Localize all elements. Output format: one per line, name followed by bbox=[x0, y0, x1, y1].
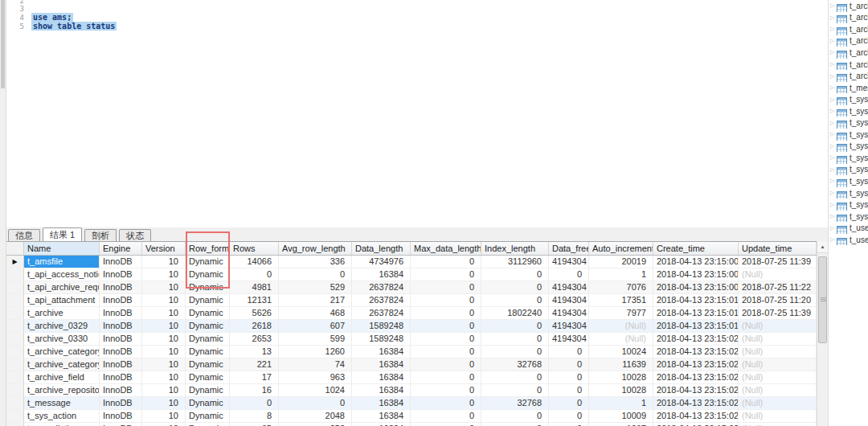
cell[interactable]: 2048 bbox=[279, 410, 352, 422]
cell[interactable]: InnoDB bbox=[100, 256, 142, 268]
cell[interactable]: 7076 bbox=[589, 281, 653, 293]
table-row[interactable]: t_archive_repositoryInnoDB10Dynamic16102… bbox=[6, 384, 817, 397]
expand-arrow-icon[interactable]: ▷ bbox=[830, 47, 837, 58]
cell[interactable]: InnoDB bbox=[100, 320, 142, 332]
cell[interactable]: 0 bbox=[481, 320, 549, 332]
cell[interactable]: (Null) bbox=[589, 320, 653, 332]
cell[interactable]: 0 bbox=[411, 320, 481, 332]
row-header[interactable] bbox=[6, 333, 24, 345]
cell[interactable]: 13 bbox=[230, 346, 279, 358]
tree-item[interactable]: ▷t_sys_u bbox=[829, 199, 868, 211]
cell[interactable]: 0 bbox=[481, 346, 549, 358]
cell[interactable]: Dynamic bbox=[186, 397, 230, 409]
column-header-engine[interactable]: Engine bbox=[100, 242, 142, 255]
cell[interactable]: 10 bbox=[142, 268, 186, 281]
row-header[interactable] bbox=[6, 294, 24, 306]
expand-arrow-icon[interactable]: ▷ bbox=[830, 199, 837, 211]
cell[interactable]: InnoDB bbox=[100, 333, 142, 345]
cell[interactable]: 2018-07-25 11:39 bbox=[739, 256, 817, 268]
cell[interactable]: 217 bbox=[279, 294, 352, 306]
cell[interactable]: 16384 bbox=[352, 358, 411, 371]
expand-arrow-icon[interactable]: ▷ bbox=[830, 82, 837, 93]
cell[interactable]: t_archive bbox=[24, 307, 100, 319]
cell[interactable]: t_sys_dictionary bbox=[24, 423, 100, 426]
cell[interactable]: InnoDB bbox=[100, 307, 142, 319]
row-header[interactable] bbox=[6, 410, 24, 422]
cell[interactable]: 2018-04-13 23:15:02 bbox=[653, 346, 739, 358]
tree-item[interactable]: ▷t_mess bbox=[829, 82, 868, 94]
table-row[interactable]: t_messageInnoDB10Dynamic0016384032768012… bbox=[6, 397, 817, 410]
cell[interactable]: 0 bbox=[549, 423, 589, 426]
cell[interactable]: 2018-04-13 23:15:01 bbox=[653, 294, 739, 306]
table-row[interactable]: t_archive_0329InnoDB10Dynamic26186071589… bbox=[6, 320, 817, 333]
cell[interactable]: 0 bbox=[279, 397, 352, 409]
column-header-avg_row_length[interactable]: Avg_row_length bbox=[279, 242, 352, 255]
cell[interactable]: 529 bbox=[279, 281, 352, 293]
cell[interactable]: 0 bbox=[230, 397, 279, 409]
expand-arrow-icon[interactable]: ▷ bbox=[830, 187, 837, 199]
cell[interactable]: Dynamic bbox=[186, 346, 230, 358]
row-header[interactable] bbox=[6, 397, 24, 409]
cell[interactable]: 0 bbox=[481, 281, 549, 293]
tree-item[interactable]: ▷t_sys_p bbox=[829, 141, 868, 153]
cell[interactable]: 10 bbox=[142, 307, 186, 319]
row-header[interactable] bbox=[6, 384, 24, 396]
cell[interactable]: t_api_attachment bbox=[24, 294, 100, 306]
cell[interactable]: 10 bbox=[142, 384, 186, 396]
cell[interactable]: 32768 bbox=[481, 358, 549, 371]
cell[interactable]: 2637824 bbox=[352, 294, 411, 306]
cell[interactable]: 2018-04-13 23:15:02 bbox=[653, 358, 739, 371]
grid-corner-cell[interactable] bbox=[6, 242, 24, 255]
cell[interactable]: 2018-04-13 23:15:02 bbox=[653, 333, 739, 345]
cell[interactable]: 2018-07-25 11:22 bbox=[739, 281, 817, 293]
cell[interactable]: 0 bbox=[411, 423, 481, 426]
cell[interactable]: InnoDB bbox=[100, 294, 142, 306]
cell[interactable]: Dynamic bbox=[186, 371, 230, 383]
cell[interactable]: 0 bbox=[411, 397, 481, 409]
selected-sql-text[interactable]: use ams; bbox=[31, 13, 73, 22]
cell[interactable]: t_archive_0329 bbox=[24, 320, 100, 332]
cell[interactable]: 8 bbox=[230, 410, 279, 422]
cell[interactable]: 2018-04-13 23:15:01 bbox=[653, 307, 739, 319]
row-header[interactable] bbox=[6, 346, 24, 358]
row-header[interactable] bbox=[6, 358, 24, 371]
expand-arrow-icon[interactable]: ▷ bbox=[830, 59, 837, 70]
cell[interactable]: 16384 bbox=[352, 423, 411, 426]
cell[interactable]: 607 bbox=[279, 320, 352, 332]
cell[interactable]: 2018-04-13 23:15:00 bbox=[653, 256, 739, 268]
cell[interactable]: 4734976 bbox=[352, 256, 411, 268]
cell[interactable]: 2018-04-13 23:15:00 bbox=[653, 268, 739, 281]
cell[interactable]: 16384 bbox=[352, 397, 411, 409]
cell[interactable]: 0 bbox=[411, 358, 481, 371]
vertical-scrollbar[interactable]: ▲ bbox=[817, 241, 828, 426]
expand-arrow-icon[interactable]: ▷ bbox=[830, 129, 837, 140]
cell[interactable]: 65 bbox=[230, 423, 279, 426]
cell[interactable]: 0 bbox=[549, 410, 589, 422]
expand-arrow-icon[interactable]: ▷ bbox=[830, 0, 837, 11]
cell[interactable]: 10 bbox=[142, 256, 186, 268]
cell[interactable]: 2618 bbox=[230, 320, 279, 332]
editor-line[interactable]: 5show table status bbox=[6, 22, 117, 31]
cell[interactable]: 0 bbox=[411, 294, 481, 306]
cell[interactable]: 2018-04-13 23:15:02 bbox=[653, 423, 739, 426]
cell[interactable]: InnoDB bbox=[100, 397, 142, 409]
cell[interactable]: 0 bbox=[481, 268, 549, 281]
cell[interactable]: 1024 bbox=[279, 384, 352, 396]
cell[interactable]: 0 bbox=[481, 294, 549, 306]
cell[interactable]: 252 bbox=[279, 423, 352, 426]
cell[interactable]: (Null) bbox=[739, 320, 817, 332]
expand-arrow-icon[interactable]: ▷ bbox=[830, 211, 837, 222]
tree-item[interactable]: ▷t_sys_r bbox=[829, 175, 868, 187]
cell[interactable]: 0 bbox=[411, 307, 481, 319]
cell[interactable]: InnoDB bbox=[100, 346, 142, 358]
cell[interactable]: 2018-04-13 23:15:02 bbox=[653, 371, 739, 383]
tree-item[interactable]: ▷t_user_ bbox=[829, 222, 868, 234]
cell[interactable]: 10028 bbox=[589, 384, 653, 396]
tab-profile[interactable]: 剖析 bbox=[84, 229, 117, 241]
editor-line[interactable]: 4use ams; bbox=[6, 13, 73, 22]
table-row[interactable]: ▶t_amsfileInnoDB10Dynamic140663364734976… bbox=[6, 256, 817, 268]
cell[interactable]: 0 bbox=[411, 268, 481, 281]
cell[interactable]: 0 bbox=[549, 268, 589, 281]
cell[interactable]: Dynamic bbox=[186, 358, 230, 371]
cell[interactable]: 4194304 bbox=[549, 333, 589, 345]
